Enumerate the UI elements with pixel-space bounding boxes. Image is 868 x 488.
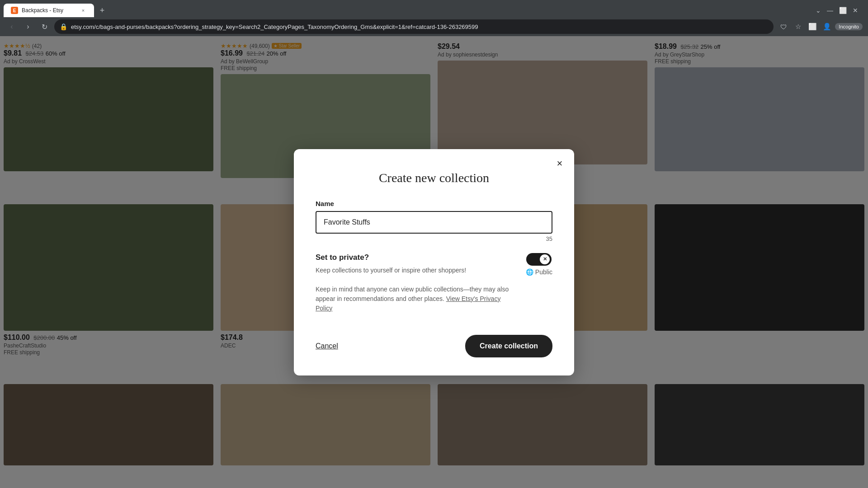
create-collection-button[interactable]: Create collection	[465, 335, 552, 357]
modal-close-button[interactable]: ×	[552, 156, 567, 171]
modal-overlay: × Create new collection Name 35 Set to p…	[0, 36, 868, 488]
cancel-button[interactable]: Cancel	[316, 338, 338, 354]
extension-puzzle-icon[interactable]: ⬜	[806, 20, 819, 33]
address-bar-row: ‹ › ↻ 🔒 etsy.com/c/bags-and-purses/backp…	[0, 17, 868, 36]
address-bar[interactable]: 🔒 etsy.com/c/bags-and-purses/backpacks?o…	[54, 19, 774, 34]
page-content: ★★★★½ (42) $9.81 $24.53 60% off Ad by Cr…	[0, 36, 868, 488]
toggle-container[interactable]: ✕	[526, 253, 552, 266]
close-window-button[interactable]: ✕	[850, 5, 861, 16]
tab-list-button[interactable]: ⌄	[812, 5, 825, 16]
modal-footer: Cancel Create collection	[316, 335, 552, 357]
create-collection-modal: × Create new collection Name 35 Set to p…	[294, 149, 574, 375]
new-tab-button[interactable]: +	[96, 4, 108, 17]
profile-icon[interactable]: 👤	[821, 20, 833, 33]
private-desc-1: Keep collections to yourself or inspire …	[316, 267, 466, 274]
tab-close-button[interactable]: ×	[80, 7, 87, 14]
shield-icon: 🛡	[777, 20, 790, 33]
name-input-wrapper	[316, 211, 552, 234]
char-count: 35	[316, 235, 552, 242]
private-text: Set to private? Keep collections to your…	[316, 253, 517, 313]
lock-icon: 🔒	[60, 23, 67, 30]
public-label-text: Public	[535, 268, 552, 276]
back-button[interactable]: ‹	[5, 20, 18, 33]
tab-title: Backpacks - Etsy	[22, 7, 63, 14]
private-title: Set to private?	[316, 253, 517, 262]
refresh-button[interactable]: ↻	[38, 20, 51, 33]
toggle-thumb: ✕	[540, 254, 550, 264]
name-label: Name	[316, 200, 552, 207]
etsy-favicon: E	[11, 7, 18, 14]
private-section: Set to private? Keep collections to your…	[316, 253, 552, 313]
tab-bar: E Backpacks - Etsy × + ⌄ — ⬜ ✕	[0, 0, 868, 17]
minimize-button[interactable]: —	[825, 5, 835, 16]
active-tab[interactable]: E Backpacks - Etsy ×	[4, 4, 94, 17]
globe-icon: 🌐	[526, 268, 533, 276]
maximize-button[interactable]: ⬜	[837, 5, 848, 16]
toggle-wrapper: ✕ 🌐 Public	[526, 253, 552, 313]
incognito-badge: Incognito	[835, 23, 863, 30]
toolbar-icons: 🛡 ☆ ⬜ 👤 Incognito	[777, 20, 863, 33]
forward-button[interactable]: ›	[22, 20, 34, 33]
public-label: 🌐 Public	[526, 268, 552, 276]
privacy-toggle[interactable]: ✕	[526, 253, 552, 266]
private-desc: Keep collections to yourself or inspire …	[316, 266, 517, 313]
browser-chrome: E Backpacks - Etsy × + ⌄ — ⬜ ✕ ‹ › ↻ 🔒 e…	[0, 0, 868, 36]
toggle-x-icon: ✕	[543, 256, 547, 262]
modal-title: Create new collection	[316, 171, 552, 185]
url-text: etsy.com/c/bags-and-purses/backpacks?ord…	[71, 23, 768, 30]
window-controls: — ⬜ ✕	[825, 5, 864, 16]
bookmark-star-icon[interactable]: ☆	[792, 20, 804, 33]
collection-name-input[interactable]	[316, 211, 552, 234]
